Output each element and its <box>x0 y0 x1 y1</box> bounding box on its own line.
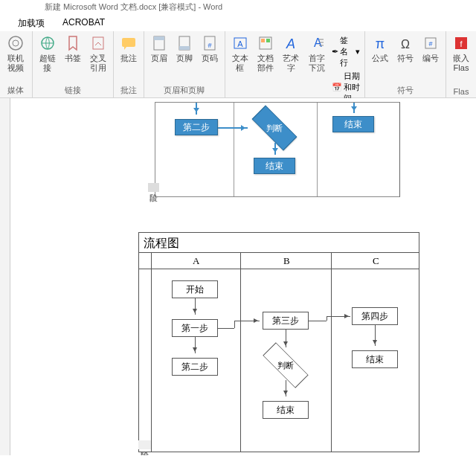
quickparts-label: 文档部件 <box>257 54 275 73</box>
group-comments: 批注 批注 <box>114 31 144 97</box>
col-a: A <box>193 255 199 267</box>
arrow <box>286 380 286 396</box>
group-media-label: 媒体 <box>3 83 29 97</box>
arrow <box>218 328 234 329</box>
online-video-button[interactable]: 联机视频 <box>3 33 29 74</box>
hyperlink-button[interactable]: 超链接 <box>36 33 60 74</box>
window-title: 新建 Microsoft Word 文档.docx [兼容模式] - Word <box>0 0 476 15</box>
header-icon <box>150 34 168 52</box>
svg-rect-8 <box>179 46 190 50</box>
svg-point-0 <box>9 36 22 50</box>
swimlane-axis-bottom: 阶段 <box>138 440 151 449</box>
header-button[interactable]: 页眉 <box>147 33 171 65</box>
bookmark-button[interactable]: 书签 <box>61 33 85 65</box>
group-flash-label: Flas <box>449 86 473 97</box>
arrow <box>196 103 197 115</box>
pagenum-button[interactable]: # 页码 <box>198 33 222 65</box>
group-media: 联机视频 媒体 <box>0 31 33 97</box>
svg-text:π: π <box>376 36 385 51</box>
group-headerfooter: 页眉 页脚 # 页码 页眉和页脚 <box>144 31 225 97</box>
ribbon: 联机视频 媒体 超链接 书签 交叉引用 链接 批注 <box>0 31 476 98</box>
chart-title: 流程图 <box>144 236 179 251</box>
node-step2[interactable]: 第二步 <box>172 358 218 376</box>
svg-rect-4 <box>122 38 135 47</box>
equation-label: 公式 <box>372 54 388 63</box>
wordart-label: 艺术字 <box>282 54 300 73</box>
number-button[interactable]: # 编号 <box>419 33 443 65</box>
pagenum-icon: # <box>201 34 219 52</box>
arrow <box>195 298 196 315</box>
arrow <box>327 316 350 317</box>
number-label: 编号 <box>422 54 439 63</box>
equation-icon: π <box>371 34 389 52</box>
node-start[interactable]: 开始 <box>172 280 218 298</box>
crossref-icon <box>89 34 107 52</box>
header-label: 页眉 <box>151 54 167 63</box>
symbol-label: 符号 <box>397 54 414 63</box>
dropcap-button[interactable]: A 首字下沉 <box>304 33 329 74</box>
svg-text:#: # <box>208 42 211 49</box>
wordart-button[interactable]: A 艺术字 <box>279 33 303 74</box>
node-step1[interactable]: 第一步 <box>172 319 218 337</box>
symbol-icon: Ω <box>396 34 414 52</box>
node-step2-top[interactable]: 第二步 <box>175 119 218 135</box>
crossref-label: 交叉引用 <box>89 54 107 73</box>
signature-button[interactable]: ✒签名行 ▾ <box>330 34 361 69</box>
textbox-label: 文本框 <box>231 54 249 73</box>
chevron-down-icon: ▾ <box>356 47 360 57</box>
node-end-c[interactable]: 结束 <box>352 350 398 368</box>
textbox-button[interactable]: A 文本框 <box>228 33 252 74</box>
online-video-icon <box>7 34 25 52</box>
flowchart-bottom[interactable]: 流程图 A B C 阶段 开始 第一步 第二步 第三步 判断 结束 第四步 结束 <box>138 232 419 452</box>
svg-point-1 <box>13 40 19 46</box>
node-end1-top[interactable]: 结束 <box>332 116 374 132</box>
arrow <box>234 321 260 321</box>
calendar-icon: 📅 <box>332 83 342 92</box>
symbol-button[interactable]: Ω 符号 <box>393 33 417 65</box>
footer-label: 页脚 <box>176 54 193 63</box>
svg-rect-14 <box>261 39 265 42</box>
group-comments-label: 批注 <box>117 83 141 97</box>
online-video-label: 联机视频 <box>6 54 26 73</box>
judge-label-top: 判断 <box>252 113 297 143</box>
col-c: C <box>373 255 379 267</box>
node-end-b[interactable]: 结束 <box>263 401 309 419</box>
node-step4[interactable]: 第四步 <box>352 307 398 325</box>
svg-rect-15 <box>266 39 270 42</box>
crossref-button[interactable]: 交叉引用 <box>86 33 110 74</box>
quickparts-button[interactable]: 文档部件 <box>254 33 278 74</box>
footer-button[interactable]: 页脚 <box>173 33 196 65</box>
svg-text:A: A <box>237 39 243 48</box>
comment-button[interactable]: 批注 <box>117 33 141 65</box>
group-links-label: 链接 <box>36 83 110 97</box>
vertical-ruler <box>0 98 10 455</box>
node-judge-top[interactable]: 判断 <box>252 113 297 143</box>
group-text: A 文本框 文档部件 A 艺术字 A 首字下沉 ✒签名行 ▾ 📅日期和时间 ▢对… <box>225 31 365 97</box>
group-headerfooter-label: 页眉和页脚 <box>147 83 222 97</box>
svg-text:A: A <box>286 36 295 51</box>
node-end2-top[interactable]: 结束 <box>254 158 295 174</box>
signature-icon: ✒ <box>332 47 338 57</box>
flash-label: 嵌入 Flas <box>453 54 469 73</box>
equation-button[interactable]: π 公式 <box>368 33 392 65</box>
arrow <box>286 330 286 347</box>
node-step3[interactable]: 第三步 <box>263 312 309 330</box>
textbox-icon: A <box>231 34 249 52</box>
flash-button[interactable]: f 嵌入 Flas <box>449 33 473 74</box>
bookmark-icon <box>64 34 82 52</box>
ribbon-tabs: 加载项 ACROBAT <box>0 15 476 31</box>
arrow <box>353 103 355 113</box>
node-judge[interactable]: 判断 <box>263 350 309 380</box>
wordart-icon: A <box>282 34 300 52</box>
document-area[interactable]: 阶段 第二步 判断 结束 结束 流程图 A B C 阶段 开始 第一步 第二步 <box>0 98 476 455</box>
col-b: B <box>283 255 290 267</box>
number-icon: # <box>422 34 440 52</box>
svg-rect-6 <box>154 36 164 40</box>
group-links: 超链接 书签 交叉引用 链接 <box>33 31 114 97</box>
svg-text:#: # <box>428 40 432 48</box>
arrow <box>375 325 376 346</box>
tab-acrobat[interactable]: ACROBAT <box>54 15 114 31</box>
flowchart-top[interactable]: 阶段 第二步 判断 结束 结束 <box>155 102 400 197</box>
signature-label: 签名行 <box>340 35 354 68</box>
tab-addins[interactable]: 加载项 <box>9 15 54 31</box>
